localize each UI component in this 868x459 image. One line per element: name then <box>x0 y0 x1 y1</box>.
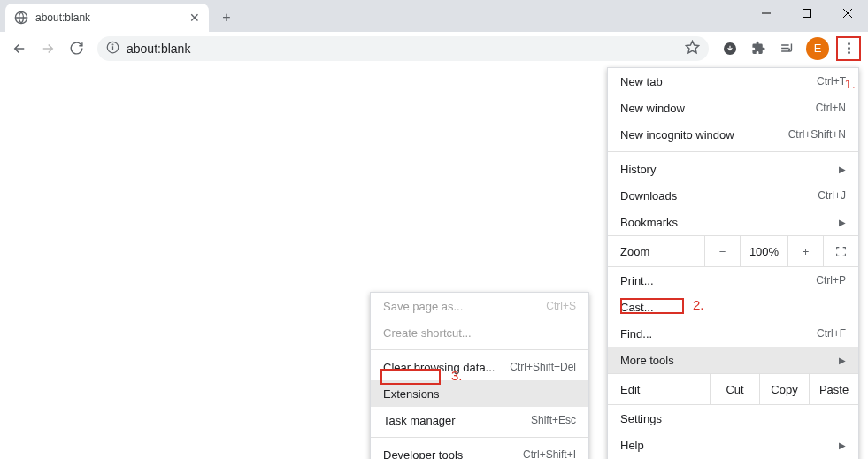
menu-print[interactable]: Print...Ctrl+P <box>608 267 858 294</box>
extensions-puzzle-icon[interactable] <box>746 36 771 61</box>
menu-find[interactable]: Find...Ctrl+F <box>608 320 858 347</box>
submenu-clear-data[interactable]: Clear browsing data...Ctrl+Shift+Del <box>371 354 588 380</box>
fullscreen-button[interactable] <box>823 236 858 266</box>
chevron-right-icon: ▶ <box>839 440 846 450</box>
menu-bookmarks[interactable]: Bookmarks▶ <box>608 209 858 235</box>
back-button[interactable] <box>7 36 32 61</box>
new-tab-button[interactable]: + <box>214 5 239 30</box>
svg-marker-8 <box>686 41 698 52</box>
chevron-right-icon: ▶ <box>839 164 846 174</box>
bookmark-star-icon[interactable] <box>685 40 700 57</box>
window-controls <box>746 0 868 27</box>
menu-cast[interactable]: Cast... <box>608 294 858 320</box>
zoom-level: 100% <box>740 236 787 266</box>
submenu-create-shortcut: Create shortcut... <box>371 319 588 346</box>
close-window-button[interactable] <box>827 0 868 27</box>
submenu-extensions[interactable]: Extensions <box>371 380 588 407</box>
menu-new-tab[interactable]: New tabCtrl+T <box>608 68 858 95</box>
maximize-button[interactable] <box>787 0 827 27</box>
edit-cut-button[interactable]: Cut <box>710 374 759 404</box>
menu-kebab-button[interactable] <box>836 36 861 61</box>
download-status-icon[interactable] <box>718 36 742 61</box>
menu-zoom: Zoom − 100% + <box>608 235 858 267</box>
address-bar[interactable]: about:blank <box>97 36 709 61</box>
browser-tab[interactable]: about:blank ✕ <box>5 4 209 32</box>
edit-copy-button[interactable]: Copy <box>759 374 809 404</box>
svg-rect-2 <box>803 10 811 18</box>
menu-edit: Edit Cut Copy Paste <box>608 373 858 405</box>
main-menu: New tabCtrl+T New windowCtrl+N New incog… <box>607 67 859 459</box>
menu-history[interactable]: History▶ <box>608 156 858 182</box>
globe-icon <box>14 11 28 25</box>
svg-point-7 <box>112 44 113 45</box>
tab-title: about:blank <box>35 11 182 24</box>
reload-button[interactable] <box>64 36 88 61</box>
menu-new-window[interactable]: New windowCtrl+N <box>608 95 858 121</box>
media-control-icon[interactable] <box>774 36 799 61</box>
zoom-out-button[interactable]: − <box>704 236 740 266</box>
edit-paste-button[interactable]: Paste <box>809 374 858 404</box>
more-tools-submenu: Save page as...Ctrl+S Create shortcut...… <box>370 292 589 459</box>
site-info-icon[interactable] <box>106 41 119 57</box>
menu-settings[interactable]: Settings <box>608 405 858 432</box>
close-tab-icon[interactable]: ✕ <box>189 11 200 25</box>
zoom-in-button[interactable]: + <box>787 236 823 266</box>
menu-new-incognito[interactable]: New incognito windowCtrl+Shift+N <box>608 121 858 148</box>
minimize-button[interactable] <box>746 0 787 27</box>
url-text: about:blank <box>127 42 190 56</box>
toolbar: about:blank E <box>0 32 868 65</box>
chevron-right-icon: ▶ <box>839 218 846 227</box>
titlebar: about:blank ✕ + <box>0 0 868 32</box>
forward-button[interactable] <box>35 36 60 61</box>
submenu-task-manager[interactable]: Task managerShift+Esc <box>371 407 588 433</box>
profile-avatar[interactable]: E <box>806 37 829 60</box>
menu-more-tools[interactable]: More tools▶ <box>608 347 858 373</box>
menu-help[interactable]: Help▶ <box>608 432 858 458</box>
menu-downloads[interactable]: DownloadsCtrl+J <box>608 182 858 209</box>
submenu-dev-tools[interactable]: Developer toolsCtrl+Shift+I <box>371 441 588 459</box>
submenu-save-page: Save page as...Ctrl+S <box>371 293 588 319</box>
chevron-right-icon: ▶ <box>839 356 846 365</box>
